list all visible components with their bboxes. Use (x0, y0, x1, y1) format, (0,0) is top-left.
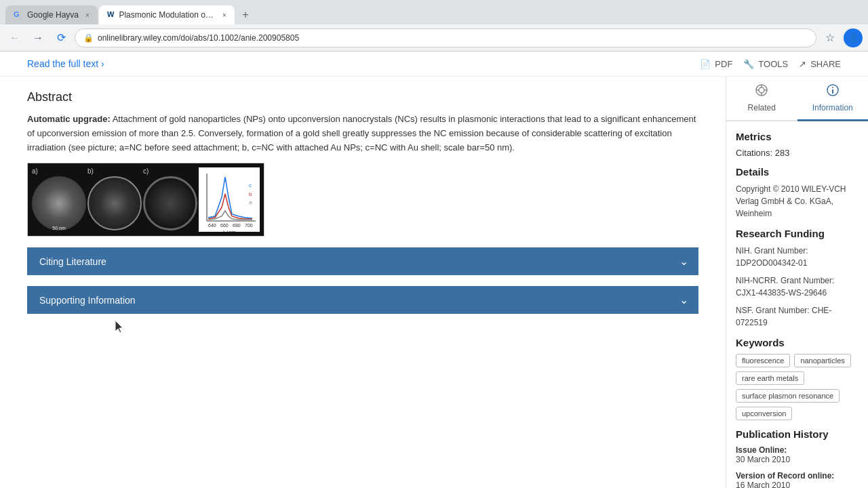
auto-upgrade-label: Automatic upgrade: (27, 114, 111, 124)
metrics-title: Metrics (736, 131, 859, 142)
tem-images: a) 50 nm b) c) (27, 163, 264, 237)
tab-wiley[interactable]: W Plasmonic Modulation of the U... × (99, 5, 235, 24)
supporting-information-chevron: ⌄ (679, 293, 688, 306)
supporting-information-label: Supporting Information (39, 295, 136, 306)
svg-point-10 (759, 87, 764, 93)
address-text: onlinelibrary.wiley.com/doi/abs/10.1002/… (98, 33, 808, 43)
citing-literature-header[interactable]: Citing Literature ⌄ (30, 248, 698, 274)
citing-literature-label: Citing Literature (39, 256, 106, 267)
share-button[interactable]: ↗ SHARE (799, 59, 841, 69)
keywords-title: Keywords (736, 337, 859, 348)
lock-icon: 🔒 (83, 33, 94, 43)
svg-point-17 (832, 87, 833, 88)
action-buttons: 📄 PDF 🔧 TOOLS ↗ SHARE (700, 59, 841, 69)
profile-button[interactable]: 👤 (844, 28, 863, 47)
tem-image-container: a) 50 nm b) c) (27, 163, 698, 237)
pdf-button[interactable]: 📄 PDF (700, 59, 732, 69)
citations-row: Citations: 283 (736, 148, 859, 158)
abstract-text-content: Attachment of gold nanoparticles (NPs) o… (27, 114, 696, 152)
information-icon (826, 83, 840, 100)
page-content: Read the full text › 📄 PDF 🔧 TOOLS ↗ SHA… (0, 52, 868, 488)
funding-item-0: NIH. Grant Number: 1DP2OD004342-01 (736, 245, 859, 269)
svg-text:a: a (249, 199, 252, 205)
keyword-fluorescence[interactable]: fluorescence (736, 354, 790, 367)
right-sidebar: Related Information (726, 77, 868, 488)
tab-favicon-wiley: W (107, 10, 115, 20)
sidebar-tab-information[interactable]: Information (797, 77, 869, 121)
main-layout: Abstract Automatic upgrade: Attachment o… (0, 77, 868, 488)
pub-history-issue-online: Issue Online: 30 March 2010 (736, 445, 859, 464)
information-tab-label: Information (812, 103, 853, 113)
citing-literature-section: Citing Literature ⌄ (27, 247, 698, 275)
supporting-information-header[interactable]: Supporting Information ⌄ (30, 287, 698, 313)
keyword-nanoparticles[interactable]: nanoparticles (794, 354, 850, 367)
address-bar[interactable]: 🔒 onlinelibrary.wiley.com/doi/abs/10.100… (75, 28, 816, 47)
bookmark-button[interactable]: ☆ (821, 28, 840, 47)
keyword-upconversion[interactable]: upconversion (736, 407, 792, 420)
details-text: Copyright © 2010 WILEY-VCH Verlag GmbH &… (736, 183, 859, 220)
nav-bar: ← → ⟳ 🔒 onlinelibrary.wiley.com/doi/abs/… (0, 24, 868, 52)
pdf-label: PDF (715, 59, 732, 69)
keyword-surface-plasmon[interactable]: surface plasmon resonance (736, 389, 840, 403)
related-tab-label: Related (748, 103, 776, 113)
cursor (115, 321, 129, 334)
tem-image-b: b) (87, 167, 142, 232)
citations-value: 283 (775, 148, 790, 158)
svg-text:b: b (249, 191, 252, 197)
funding-item-1: NIH-NCRR. Grant Number: CJX1-443835-WS-2… (736, 274, 859, 299)
tem-chart: 640 660 680 700 c b a λ / nm (199, 167, 260, 232)
pub-history-title: Publication History (736, 428, 859, 440)
pub-history-issue-label: Issue Online: (736, 445, 859, 455)
tem-image-a: a) 50 nm (32, 167, 86, 232)
svg-text:660: 660 (220, 223, 229, 228)
pub-history-issue-date: 30 March 2010 (736, 455, 859, 464)
tools-button[interactable]: 🔧 TOOLS (743, 59, 788, 69)
reload-button[interactable]: ⟳ (52, 28, 71, 47)
tab-title-google: Google Hayva (27, 10, 79, 20)
pdf-icon: 📄 (700, 59, 711, 69)
tab-title-wiley: Plasmonic Modulation of the U... (119, 10, 216, 20)
back-button[interactable]: ← (5, 28, 24, 47)
abstract-title: Abstract (27, 90, 698, 104)
forward-button[interactable]: → (28, 28, 47, 47)
citing-literature-chevron: ⌄ (679, 255, 688, 268)
sidebar-tabs: Related Information (726, 77, 868, 121)
pub-history-version-date: 16 March 2010 (736, 481, 859, 488)
supporting-information-section: Supporting Information ⌄ (27, 286, 698, 314)
new-tab-button[interactable]: + (236, 5, 255, 24)
action-bar: Read the full text › 📄 PDF 🔧 TOOLS ↗ SHA… (0, 52, 868, 77)
funding-title: Research Funding (736, 228, 859, 239)
tools-label: TOOLS (758, 59, 788, 69)
tab-google[interactable]: G Google Hayva × (5, 5, 98, 24)
left-content: Abstract Automatic upgrade: Attachment o… (0, 77, 726, 488)
related-icon (755, 83, 768, 100)
tab-close-google[interactable]: × (85, 12, 90, 19)
sidebar-tab-related[interactable]: Related (726, 77, 797, 120)
svg-text:680: 680 (233, 223, 241, 228)
keyword-rare-earth-metals[interactable]: rare earth metals (736, 371, 804, 385)
svg-text:640: 640 (208, 223, 216, 228)
svg-text:c: c (249, 182, 252, 188)
keyword-list: fluorescence nanoparticles rare earth me… (736, 354, 859, 420)
tools-icon: 🔧 (743, 59, 754, 69)
citations-label: Citations: (736, 148, 772, 158)
sidebar-body: Metrics Citations: 283 Details Copyright… (726, 121, 868, 488)
read-full-text-link[interactable]: Read the full text › (27, 58, 104, 69)
pub-history-version-label: Version of Record online: (736, 471, 859, 481)
share-icon: ↗ (799, 59, 806, 69)
tem-image-c: c) (143, 167, 197, 232)
tab-close-wiley[interactable]: × (222, 12, 226, 19)
pub-history-version-online: Version of Record online: 16 March 2010 (736, 471, 859, 488)
read-full-text-arrow: › (101, 58, 104, 69)
abstract-body: Automatic upgrade: Attachment of gold na… (27, 113, 698, 155)
share-label: SHARE (810, 59, 841, 69)
funding-item-2: NSF. Grant Number: CHE-0722519 (736, 304, 859, 329)
svg-text:700: 700 (245, 223, 253, 228)
tab-bar: G Google Hayva × W Plasmonic Modulation … (0, 0, 868, 24)
read-full-text-label: Read the full text (27, 58, 98, 69)
tab-favicon-google: G (14, 10, 23, 20)
details-title: Details (736, 166, 859, 178)
